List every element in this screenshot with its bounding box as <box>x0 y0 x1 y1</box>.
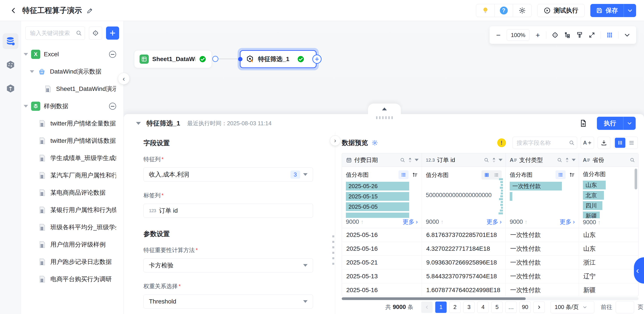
more-link[interactable]: 更多› <box>402 218 418 226</box>
add-next-node-button[interactable] <box>312 54 322 64</box>
zoom-level[interactable]: 100% <box>507 29 530 41</box>
field-search-input[interactable] <box>512 137 577 149</box>
auto-layout-icon[interactable] <box>564 32 571 38</box>
panel-drag-handle[interactable] <box>368 116 401 119</box>
tree-node-samples[interactable]: 样例数据 <box>21 98 124 115</box>
save-dropdown-button[interactable] <box>624 4 636 17</box>
tree-node-excel[interactable]: X Excel <box>21 46 124 63</box>
download-button[interactable] <box>598 137 610 149</box>
prev-page-button[interactable] <box>421 302 432 313</box>
tips-button[interactable] <box>476 4 494 17</box>
column-sort-icon[interactable] <box>565 157 570 163</box>
dist-list-toggle[interactable] <box>398 170 408 179</box>
panel-collapse-tab[interactable] <box>368 104 401 114</box>
goto-page-input[interactable] <box>616 301 634 313</box>
help-button[interactable]: ? <box>494 4 513 17</box>
grid-view-icon[interactable] <box>606 32 613 38</box>
zoom-in-button[interactable]: + <box>535 31 541 39</box>
collapse-caret-icon[interactable] <box>136 122 141 125</box>
d-bar[interactable]: 四川 <box>583 201 602 210</box>
back-button[interactable] <box>9 6 18 15</box>
caret-down-icon[interactable] <box>24 53 28 56</box>
tree-leaf-dataset[interactable]: 某银行用户属性和行为统... <box>21 201 124 218</box>
dist-list-toggle[interactable] <box>556 170 566 179</box>
list-toggle-icon[interactable] <box>492 171 501 179</box>
log-document-button[interactable] <box>580 119 587 127</box>
input-port[interactable] <box>238 57 242 61</box>
output-port[interactable] <box>212 56 218 62</box>
tree-node-sheet[interactable]: Sheet1_DataWind演示... <box>21 80 124 98</box>
fullscreen-icon[interactable] <box>588 32 595 38</box>
tree-collapse-button[interactable]: ‹ <box>118 73 130 84</box>
locate-icon[interactable] <box>552 32 558 38</box>
table-row[interactable]: 2025-05-13 5.8443237079757404E18 一次性付款 辽… <box>342 270 638 283</box>
pane-resize-handle[interactable] <box>332 236 334 265</box>
page-button-5[interactable]: 5 <box>491 302 503 313</box>
label-col-input[interactable]: 123 订单 id <box>144 204 313 218</box>
list-view-button[interactable] <box>626 138 637 148</box>
style-brush-icon[interactable] <box>576 32 583 38</box>
column-search-icon[interactable] <box>630 157 635 163</box>
tree-leaf-dataset[interactable]: twitter用户情绪训练数据 <box>21 132 124 149</box>
d-bar[interactable]: 2025-05-26 <box>346 182 409 190</box>
weight-select[interactable]: Threshold <box>144 294 313 308</box>
d-bar[interactable]: 新疆 <box>583 212 600 218</box>
node-feature-filter[interactable]: 特征筛选_1 <box>240 50 316 68</box>
save-button[interactable]: 保存 <box>590 4 624 17</box>
table-row[interactable]: 2025-05-16 4.32702227717184E18 一次性付款 山东 <box>342 242 638 256</box>
rail-item-components[interactable] <box>3 80 18 96</box>
column-search-icon[interactable] <box>400 157 406 163</box>
caret-down-icon[interactable] <box>24 105 28 108</box>
caret-down-icon[interactable] <box>30 70 34 73</box>
page-ellipsis[interactable]: … <box>505 302 517 313</box>
tree-leaf-dataset[interactable]: 某汽车厂商用户属性和行... <box>21 167 124 184</box>
column-header-date[interactable]: 付费日期 <box>342 153 422 167</box>
settings-button[interactable] <box>513 4 532 17</box>
rail-item-datasets[interactable] <box>3 33 18 49</box>
warning-icon[interactable]: ! <box>497 138 506 147</box>
rail-item-models[interactable] <box>3 57 18 73</box>
tree-leaf-dataset[interactable]: 学生成绩单_班级学生成绩单 <box>21 149 124 167</box>
column-sort-icon[interactable] <box>492 157 496 163</box>
column-header-order-id[interactable]: 12.3 订单 id <box>422 153 506 167</box>
page-size-select[interactable]: 100 条/页 <box>550 301 594 313</box>
grid-toggle-icon[interactable] <box>482 171 491 179</box>
method-select[interactable]: 卡方检验 <box>144 258 313 272</box>
column-filter-icon[interactable] <box>415 159 418 161</box>
field-settings-button[interactable]: A <box>581 137 594 149</box>
more-link[interactable]: 更多› <box>486 218 502 226</box>
next-page-button[interactable] <box>534 302 545 313</box>
d-bar[interactable]: 一次性付款 <box>510 182 562 190</box>
table-row[interactable]: 2025-05-21 9.0936307266925896E18 一次性付款 浙… <box>342 256 638 270</box>
locate-node-button[interactable] <box>89 26 102 40</box>
column-filter-icon[interactable] <box>572 159 576 161</box>
edit-title-icon[interactable] <box>87 7 93 14</box>
test-run-button[interactable]: 测试执行 <box>537 4 585 17</box>
table-horizontal-scrollbar[interactable] <box>342 297 638 300</box>
column-header-province[interactable]: A 省份 <box>579 153 638 167</box>
collapse-minus-icon[interactable] <box>109 51 116 58</box>
page-button-90[interactable]: 90 <box>519 302 531 313</box>
d-bar[interactable]: 北京 <box>583 191 604 200</box>
tree-leaf-dataset[interactable]: 班级各科平均分_班级学生... <box>21 218 124 236</box>
zoom-out-button[interactable]: − <box>495 31 502 39</box>
add-dataset-button[interactable] <box>106 26 119 40</box>
tree-leaf-dataset[interactable]: 某电商商品评论数据 <box>21 184 124 201</box>
page-button-3[interactable]: 3 <box>463 302 475 313</box>
more-link[interactable]: 更多› <box>560 218 575 226</box>
d-bar[interactable] <box>510 192 512 201</box>
dist-sort-icon[interactable] <box>412 172 418 178</box>
tree-leaf-dataset[interactable]: twitter用户情绪全量数据 <box>21 115 124 132</box>
d-bar[interactable]: 2025-05-05 <box>346 202 409 211</box>
node-source-sheet[interactable]: Sheet1_DataWin... <box>134 50 212 68</box>
page-button-1[interactable]: 1 <box>435 302 447 313</box>
tree-leaf-dataset[interactable]: 电商平台购买行为调研 <box>21 270 124 288</box>
toolbar-chevron-down-icon[interactable] <box>624 32 630 38</box>
d-bar[interactable] <box>346 212 409 218</box>
column-view-button[interactable] <box>615 138 626 148</box>
preview-settings-gear-icon[interactable] <box>372 140 378 146</box>
table-row[interactable]: 2025-05-16 1.60787747640224998E18 一次性付款 … <box>342 283 638 296</box>
column-sort-icon[interactable] <box>408 157 412 163</box>
tree-leaf-dataset[interactable]: 用户跑步记录日志数据 <box>21 253 124 270</box>
run-dropdown-button[interactable] <box>624 117 636 130</box>
